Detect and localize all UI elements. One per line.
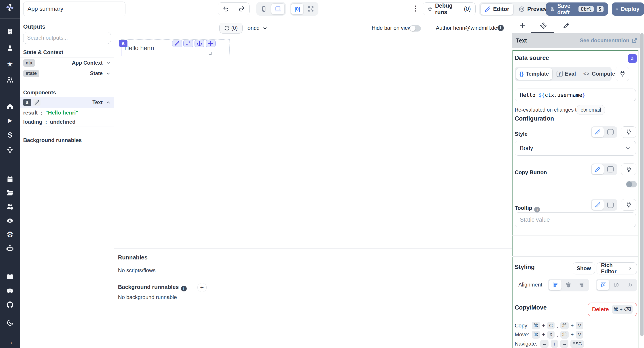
centered-layout-button[interactable]: |0| — [291, 3, 304, 14]
github-icon[interactable] — [0, 300, 20, 309]
app-summary-input[interactable] — [23, 2, 126, 16]
edit-pencil-icon[interactable] — [172, 40, 182, 47]
connect-plug-button[interactable] — [621, 199, 636, 211]
copy-button-toggle[interactable] — [626, 181, 637, 188]
static-pencil-icon[interactable] — [592, 164, 604, 174]
deploy-button[interactable]: Deploy — [612, 2, 644, 16]
eval-tab[interactable]: ƒ Eval — [553, 68, 579, 80]
rename-pencil-icon[interactable] — [33, 99, 40, 106]
template-code-input[interactable]: Hello ${ctx.username} — [515, 88, 636, 101]
connect-plug-button[interactable] — [616, 67, 629, 81]
kbd-v: V — [576, 322, 583, 330]
style-selected-value: Body — [520, 145, 533, 152]
expand-sidebar-arrow-icon[interactable]: → — [0, 338, 20, 346]
copy-label: Copy: — [515, 322, 530, 329]
move-shortcut-row: Move: ⌘ + X , ⌘ + V — [515, 331, 584, 338]
static-pencil-icon[interactable] — [592, 200, 604, 210]
groups-settings-icon[interactable] — [0, 202, 20, 211]
move-component-icon[interactable] — [206, 40, 216, 47]
search-outputs-input[interactable] — [23, 32, 111, 44]
kbd-arrow-up: ↑ — [551, 340, 558, 348]
reeval-dependency-chip[interactable]: ctx.email — [577, 105, 605, 115]
redo-button[interactable] — [234, 3, 249, 15]
groups-icon[interactable] — [0, 76, 20, 84]
more-menu-kebab-icon[interactable]: ⋮ — [412, 4, 419, 12]
refresh-runnables-button[interactable]: (0) — [219, 23, 242, 34]
desktop-view-button[interactable] — [271, 3, 285, 14]
compute-tab[interactable]: <> Compute — [580, 68, 618, 80]
discord-icon[interactable] — [0, 287, 20, 295]
add-background-runnable-button[interactable]: + — [198, 283, 206, 292]
info-icon[interactable]: i — [181, 286, 187, 292]
tooltip-text: Tooltip — [515, 205, 532, 211]
navigate-label: Navigate: — [515, 340, 538, 347]
docs-book-icon[interactable] — [0, 273, 20, 281]
align-left-icon[interactable] — [549, 280, 562, 290]
canvas-component-badge: a — [119, 40, 128, 47]
fullwidth-layout-button[interactable] — [304, 3, 317, 14]
active-tab-indicator — [531, 32, 554, 33]
info-icon[interactable]: i — [534, 207, 540, 212]
loading-output-row[interactable]: loading : undefined — [23, 119, 76, 125]
state-row[interactable]: state State — [20, 68, 114, 79]
component-settings-tab[interactable] — [538, 20, 548, 31]
resize-handle[interactable] — [209, 52, 212, 55]
compute-label: Compute — [592, 71, 615, 77]
info-icon[interactable]: i — [498, 25, 504, 31]
align-right-icon[interactable] — [576, 280, 588, 290]
schedule-mode-label[interactable]: once — [248, 25, 260, 31]
debug-runs-button[interactable]: Debug runs (0) — [422, 2, 476, 15]
ctx-row[interactable]: ctx App Context — [20, 58, 114, 68]
settings-gear-icon[interactable]: ⚙ — [0, 230, 20, 238]
delete-component-button[interactable]: Delete ⌘ + ⌫ — [588, 302, 636, 316]
variables-dollar-icon[interactable]: $ — [0, 131, 20, 139]
anchor-icon[interactable] — [194, 40, 204, 47]
chevron-down-icon[interactable] — [262, 26, 268, 31]
scrollbar-thumb[interactable] — [640, 33, 644, 336]
home-icon[interactable] — [0, 102, 20, 110]
ai-robot-icon[interactable] — [0, 244, 20, 252]
schedules-calendar-icon[interactable] — [0, 175, 20, 184]
align-center-horizontal-icon[interactable] — [562, 280, 575, 290]
result-output-row[interactable]: result : "Hello henri" — [23, 110, 78, 116]
colon: : — [45, 119, 47, 125]
paintbrush-icon — [563, 22, 570, 29]
eval-function-icon[interactable] — [604, 200, 616, 210]
folders-icon[interactable] — [0, 189, 20, 197]
expand-component-icon[interactable] — [183, 40, 193, 47]
align-bottom-icon[interactable] — [624, 280, 636, 290]
align-top-icon[interactable] — [597, 280, 610, 290]
mobile-view-button[interactable] — [258, 3, 270, 14]
hide-bar-toggle[interactable] — [410, 25, 421, 32]
static-pencil-icon[interactable] — [592, 127, 604, 137]
workspace-building-icon[interactable] — [0, 27, 20, 36]
runs-play-icon[interactable]: ▶ — [0, 116, 20, 124]
windmill-logo-icon[interactable] — [0, 3, 20, 12]
theme-brush-tab[interactable] — [561, 20, 572, 31]
audit-eye-icon[interactable] — [0, 216, 20, 225]
component-id-badge: a — [628, 54, 637, 63]
eval-function-icon[interactable] — [604, 164, 616, 174]
connect-plug-button[interactable] — [621, 164, 636, 175]
save-draft-button[interactable]: Save draft Ctrl S — [546, 2, 608, 16]
eval-function-icon[interactable] — [604, 127, 616, 137]
template-tab[interactable]: {} Template — [516, 68, 552, 80]
settings-scrollbar[interactable] — [640, 33, 644, 348]
rich-editor-button[interactable]: Rich Editor — [596, 262, 637, 274]
connect-plug-button[interactable] — [621, 126, 636, 138]
component-a-row[interactable]: a Text — [20, 97, 114, 108]
dark-mode-moon-icon[interactable] — [0, 319, 20, 327]
component-diamonds-icon — [540, 22, 547, 29]
see-documentation-link[interactable]: See documentation — [580, 37, 637, 44]
undo-button[interactable] — [218, 3, 234, 15]
insert-component-tab[interactable] — [517, 20, 528, 31]
tooltip-input[interactable]: Static value — [515, 212, 636, 228]
user-icon[interactable] — [0, 44, 20, 52]
align-center-vertical-icon[interactable] — [610, 280, 623, 290]
undo-redo-group — [218, 2, 250, 15]
style-select[interactable]: Body — [515, 141, 636, 156]
favorites-star-icon[interactable]: ★ — [0, 60, 20, 68]
styling-show-button[interactable]: Show — [573, 262, 595, 274]
editor-tab[interactable]: Editor — [480, 3, 514, 15]
resources-cubes-icon[interactable] — [0, 146, 20, 154]
